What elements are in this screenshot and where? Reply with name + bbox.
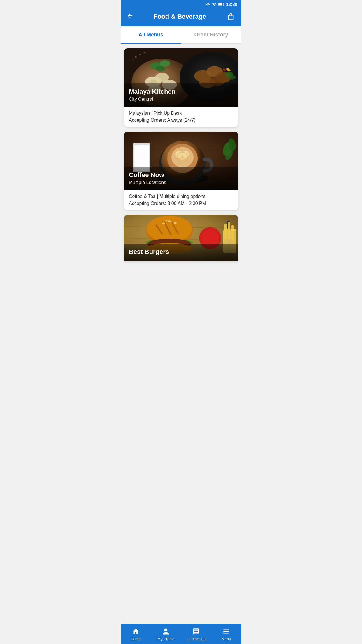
coffee-now-image: Coffee Now Multiple Locations [124, 132, 238, 190]
tab-order-history[interactable]: Order History [181, 26, 241, 43]
svg-point-14 [160, 60, 170, 67]
status-time: 12:30 [226, 2, 237, 7]
battery-icon [218, 3, 224, 6]
svg-rect-68 [231, 225, 234, 240]
burger-name: Best Burgers [129, 248, 233, 256]
svg-point-39 [180, 155, 185, 160]
bottom-spacer [121, 266, 241, 289]
coffee-now-location: Multiple Locations [129, 180, 233, 185]
app-header: Food & Beverage [121, 8, 241, 26]
svg-point-5 [139, 54, 141, 55]
restaurant-card-coffee[interactable]: Coffee Now Multiple Locations Coffee & T… [124, 132, 238, 210]
status-bar: 12:30 [121, 0, 241, 8]
cart-button[interactable] [226, 12, 236, 21]
malaya-kitchen-cuisine: Malaysian | Pick Up Desk [129, 111, 233, 116]
burger-overlay: Best Burgers [124, 243, 238, 261]
coffee-now-overlay: Coffee Now Multiple Locations [124, 167, 238, 190]
signal-icon [212, 2, 216, 6]
coffee-now-info: Coffee & Tea | Multiple dining options A… [124, 190, 238, 210]
tab-bar: All Menus Order History [121, 26, 241, 44]
svg-point-4 [135, 56, 137, 58]
svg-rect-2 [218, 3, 222, 5]
burger-image: Best Burgers [124, 215, 238, 261]
coffee-now-cuisine: Coffee & Tea | Multiple dining options [129, 194, 233, 199]
back-button[interactable] [126, 12, 133, 21]
malaya-kitchen-image: Malaya Kitchen City Central [124, 48, 238, 107]
restaurant-card-malaya[interactable]: Malaya Kitchen City Central Malaysian | … [124, 48, 238, 127]
malaya-kitchen-name: Malaya Kitchen [129, 88, 233, 95]
svg-point-56 [174, 222, 177, 224]
svg-point-15 [156, 66, 165, 72]
status-icons: 12:30 [206, 2, 237, 7]
svg-rect-66 [224, 224, 227, 240]
restaurant-card-burger[interactable]: Best Burgers [124, 215, 238, 261]
svg-point-57 [165, 220, 168, 222]
content-area: Malaya Kitchen City Central Malaysian | … [121, 44, 241, 266]
malaya-kitchen-info: Malaysian | Pick Up Desk Accepting Order… [124, 107, 238, 127]
tab-all-menus[interactable]: All Menus [121, 26, 181, 43]
svg-point-23 [229, 75, 236, 80]
svg-point-50 [147, 216, 192, 242]
coffee-now-hours: Accepting Orders: 8:00 AM - 2:00 PM [129, 201, 233, 206]
svg-rect-67 [228, 222, 230, 240]
malaya-kitchen-hours: Accepting Orders: Always (24/7) [129, 118, 233, 123]
wifi-icon [206, 3, 210, 6]
svg-point-55 [168, 220, 171, 222]
svg-rect-1 [224, 3, 224, 5]
page-title: Food & Beverage [154, 13, 206, 20]
malaya-kitchen-overlay: Malaya Kitchen City Central [124, 83, 238, 107]
svg-point-7 [144, 52, 146, 53]
svg-point-6 [132, 60, 134, 61]
malaya-kitchen-location: City Central [129, 97, 233, 102]
coffee-now-name: Coffee Now [129, 171, 233, 179]
svg-point-54 [162, 223, 165, 224]
